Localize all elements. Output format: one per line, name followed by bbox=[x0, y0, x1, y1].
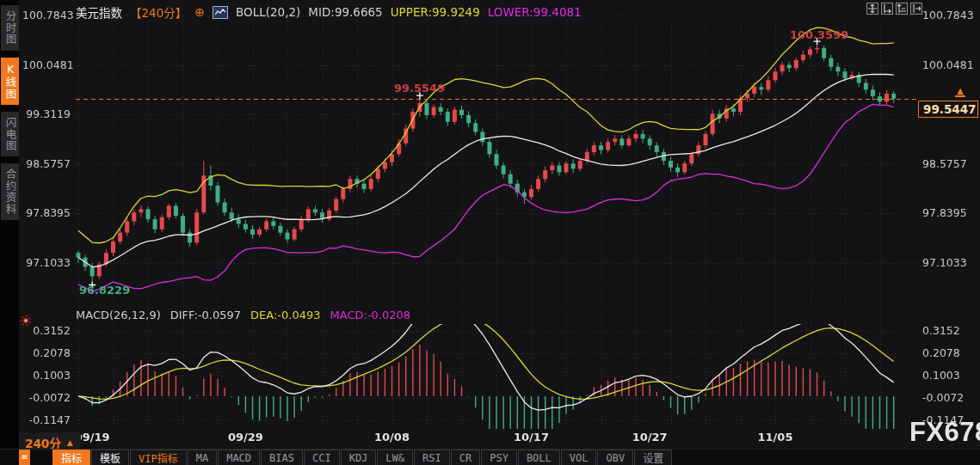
macd-header: MACD(26,12,9) DIFF:-0.0597 DEA:-0.0493 M… bbox=[76, 309, 410, 321]
toolbar-item-vip-indicators[interactable]: VIP指标 bbox=[130, 450, 187, 465]
mini-chart-icon[interactable] bbox=[213, 6, 228, 19]
sidebar-item-flash-chart[interactable]: 闪电图 bbox=[1, 112, 19, 157]
toolbar-item-psy[interactable]: PSY bbox=[481, 450, 517, 465]
macd-macd-value: MACD:-0.0208 bbox=[330, 309, 411, 321]
toolbar-item-ma[interactable]: MA bbox=[188, 450, 217, 465]
toolbar-item-obv[interactable]: OBV bbox=[597, 450, 633, 465]
toolbar-item-macd[interactable]: MACD bbox=[218, 450, 260, 465]
indicator-toolbar: ≡ 指标 模板 VIP指标 MA MACD BIAS CCI KDJ LW& R… bbox=[0, 449, 980, 465]
hotspot-marker-icon[interactable] bbox=[21, 315, 31, 326]
annotation-swing-high: 99.5549 bbox=[394, 82, 445, 95]
toolbar-item-templates[interactable]: 模板 bbox=[91, 450, 129, 465]
toolbar-item-cci[interactable]: CCI bbox=[304, 450, 340, 465]
period-label: 【240分】 bbox=[130, 3, 187, 21]
toolbar-item-indicators[interactable]: 指标 bbox=[52, 450, 90, 465]
toolbar-item-boll[interactable]: BOLL bbox=[518, 450, 560, 465]
toolbar-item-vol[interactable]: VOL bbox=[561, 450, 597, 465]
toolbar-item-rsi[interactable]: RSI bbox=[414, 450, 450, 465]
toolbar-item-bias[interactable]: BIAS bbox=[261, 450, 303, 465]
collapse-right-icon[interactable] bbox=[910, 3, 922, 15]
chart-corner-controls bbox=[866, 3, 922, 15]
toolbar-item-cr[interactable]: CR bbox=[451, 450, 480, 465]
candlestick-chart-canvas[interactable] bbox=[0, 0, 980, 465]
fx678-watermark: FX678 bbox=[909, 417, 980, 448]
boll-lower-value: LOWER:99.4081 bbox=[488, 5, 582, 19]
macd-dea-value: DEA:-0.0493 bbox=[250, 309, 320, 321]
sidebar: 分时图 K线图 闪电图 合约资料 bbox=[0, 0, 19, 465]
chart-header: 美元指数 【240分】 ⊕ BOLL(20,2) MID:99.6665 UPP… bbox=[76, 3, 582, 21]
toolbar-item-kdj[interactable]: KDJ bbox=[341, 450, 377, 465]
fit-y-axis-icon[interactable] bbox=[881, 3, 893, 15]
boll-indicator-label: BOLL(20,2) bbox=[236, 5, 300, 19]
boll-upper-value: UPPER:99.9249 bbox=[391, 5, 480, 19]
sidebar-item-kline-chart[interactable]: K线图 bbox=[1, 58, 19, 105]
move-icon[interactable] bbox=[866, 3, 878, 15]
annotation-swing-low: 96.8229 bbox=[79, 284, 130, 297]
toolbar-item-settings[interactable]: 设置 bbox=[634, 450, 672, 465]
sidebar-item-time-chart[interactable]: 分时图 bbox=[1, 5, 19, 51]
macd-diff-value: DIFF:-0.0597 bbox=[170, 309, 241, 321]
last-price-tag: 99.5447 bbox=[918, 101, 978, 118]
boll-mid-value: MID:99.6665 bbox=[308, 5, 382, 19]
add-circle-icon[interactable]: ⊕ bbox=[194, 5, 205, 19]
price-marker-icon: ▲ bbox=[955, 87, 965, 97]
toolbar-item-lw[interactable]: LW& bbox=[377, 450, 413, 465]
menu-icon[interactable]: ≡ bbox=[19, 450, 30, 465]
macd-title: MACD(26,12,9) bbox=[76, 309, 161, 321]
symbol-name: 美元指数 bbox=[76, 3, 122, 21]
annotation-peak-high: 100.3599 bbox=[790, 28, 848, 41]
sidebar-item-contract-info[interactable]: 合约资料 bbox=[1, 163, 19, 220]
chevron-up-icon: ▲ bbox=[67, 438, 73, 447]
fit-x-axis-icon[interactable] bbox=[896, 3, 908, 15]
